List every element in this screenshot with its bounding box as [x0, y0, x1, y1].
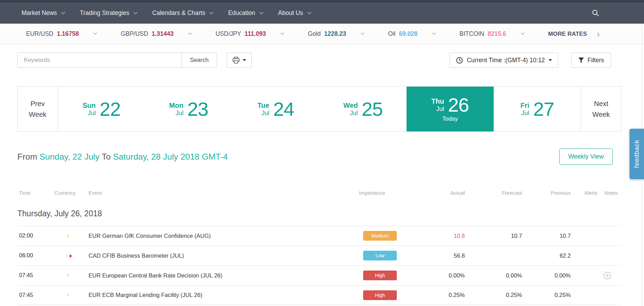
weekly-view-button[interactable]: Weekly View [559, 148, 613, 165]
day-main: Fri Jul 27 [520, 100, 554, 118]
day-dowmon: Wed Jul [343, 102, 358, 116]
search-button[interactable]: Search [182, 53, 217, 68]
day-dowmon: Mon Jul [169, 102, 183, 116]
header-forecast: Forecast [479, 190, 536, 196]
rate-label: Gold [308, 30, 321, 38]
nav-item-trading-strategies[interactable]: Trading Strategies [80, 9, 137, 17]
rate-value: 1.31443 [152, 30, 174, 38]
range-start-date[interactable]: Sunday, 22 July [40, 152, 100, 161]
table-row[interactable]: 07:45 EUR ECB Marginal Lending Facility … [17, 285, 621, 305]
importance-cell: Medium [359, 231, 430, 241]
keywords-input[interactable] [17, 53, 182, 68]
chevron-down-icon[interactable] [432, 31, 436, 35]
event-title[interactable]: EUR ECB Marginal Lending Facility (JUL 2… [89, 292, 359, 298]
actual-value: 56.8 [430, 252, 479, 259]
prev-week-button[interactable]: Prev Week [18, 87, 58, 131]
day-main: Tue Jul 24 [258, 100, 294, 118]
nav-item-education[interactable]: Education [228, 9, 263, 17]
previous-value: 0.00% [536, 272, 581, 279]
event-title[interactable]: CAD CFIB Business Barometer (JUL) [89, 252, 359, 259]
header-importance: Importance [359, 190, 430, 196]
rate-value: 111.093 [245, 30, 266, 38]
chevron-down-icon[interactable] [94, 31, 97, 35]
nav-item-market-news[interactable]: Market News [22, 9, 65, 17]
feedback-tab[interactable]: feedback [629, 128, 644, 180]
importance-cell: Low [359, 251, 430, 260]
rate-label: USD/JPY [216, 30, 241, 38]
day-dow: Sun [83, 102, 96, 109]
more-rates-link[interactable]: MORE RATES [548, 31, 599, 38]
event-title[interactable]: EUR German GfK Consumer Confidence (AUG) [89, 233, 359, 239]
day-month: Jul [83, 110, 96, 116]
day-month: Jul [520, 110, 529, 116]
range-end-date[interactable]: Saturday, 28 July 2018 GMT-4 [113, 152, 228, 161]
table-row[interactable]: 02:00 EUR German GfK Consumer Confidence… [17, 226, 621, 245]
day-main: Thu Jul 26 [432, 96, 469, 114]
day-cell-tue-24[interactable]: Tue Jul 24 [232, 87, 319, 131]
table-row[interactable]: 06:00 CAD CFIB Business Barometer (JUL) … [17, 245, 621, 265]
nav-label: Trading Strategies [80, 9, 129, 17]
plus-circle-icon[interactable] [603, 272, 611, 280]
actual-value: 0.00% [430, 272, 479, 279]
header-currency: Currency [54, 190, 89, 196]
chevron-down-icon[interactable] [188, 31, 192, 35]
day-dow: Fri [520, 102, 529, 109]
date-range-row: From Sunday, 22 July To Saturday, 28 Jul… [0, 148, 644, 165]
day-cell-thu-26[interactable]: Thu Jul 26 Today [407, 87, 494, 131]
rate-value: 1.16758 [57, 30, 79, 38]
rate-gold: Gold 1228.23 [308, 30, 364, 38]
currency-cell [54, 272, 89, 279]
day-main: Mon Jul 23 [169, 100, 208, 118]
header-notes: Notes [601, 190, 621, 196]
table-header-row: Time Currency Event Importance Actual Fo… [17, 185, 621, 201]
rate-label: GBP/USD [121, 30, 148, 38]
nav-label: Education [228, 9, 255, 17]
current-time-label: Current Time :(GMT-4) 10:12 [467, 57, 545, 64]
currency-cell [54, 252, 89, 259]
day-month: Jul [169, 110, 183, 116]
event-time: 07:45 [17, 272, 54, 279]
day-cell-sun-22[interactable]: Sun Jul 22 [58, 87, 145, 131]
day-dowmon: Sun Jul [83, 102, 96, 116]
day-dowmon: Fri Jul [520, 102, 529, 116]
search-icon[interactable] [592, 9, 600, 17]
chevron-down-icon [210, 10, 214, 14]
chevron-down-icon [259, 10, 263, 14]
day-number: 22 [100, 100, 120, 118]
importance-badge: High [363, 290, 397, 300]
chevron-down-icon[interactable] [521, 31, 525, 35]
rate-value: 8215.6 [488, 30, 507, 38]
nav-label: About Us [278, 9, 303, 17]
currency-cell [54, 233, 89, 239]
rate-label: BITCOIN [460, 30, 484, 38]
day-number: 24 [273, 100, 294, 118]
day-cell-fri-27[interactable]: Fri Jul 27 [494, 87, 581, 131]
rate-oil: Oil 69.028 [388, 30, 435, 38]
nav-item-about-us[interactable]: About Us [278, 9, 311, 17]
filters-button[interactable]: Filters [571, 53, 611, 68]
clock-icon [456, 57, 463, 64]
previous-value: 0.25% [536, 292, 581, 298]
event-time: 07:45 [17, 292, 54, 298]
current-time-button[interactable]: Current Time :(GMT-4) 10:12 [450, 53, 559, 68]
rate-eurusd: EUR/USD 1.16758 [26, 30, 97, 38]
importance-cell: High [359, 271, 430, 280]
header-time: Time [17, 190, 54, 196]
top-navigation: Market News Trading Strategies Calendars… [0, 2, 644, 24]
event-title[interactable]: EUR European Central Bank Rate Decision … [89, 272, 359, 279]
next-week-button[interactable]: Next Week [581, 87, 621, 131]
nav-item-calendars-charts[interactable]: Calendars & Charts [152, 9, 213, 17]
day-cell-wed-25[interactable]: Wed Jul 25 [319, 87, 407, 131]
previous-value: 62.2 [536, 252, 581, 259]
more-rates-label: MORE RATES [548, 31, 587, 38]
rate-usdjpy: USD/JPY 111.093 [216, 30, 284, 38]
chevron-down-icon[interactable] [281, 31, 284, 35]
actual-value: 10.6 [430, 233, 479, 239]
print-button[interactable] [227, 53, 252, 68]
chevron-down-icon[interactable] [361, 31, 365, 35]
day-dow: Wed [343, 102, 358, 109]
day-cell-mon-23[interactable]: Mon Jul 23 [145, 87, 232, 131]
forecast-value: 0.00% [479, 272, 536, 279]
table-row[interactable]: 07:45 EUR European Central Bank Rate Dec… [17, 265, 621, 285]
header-actual: Actual [430, 190, 479, 196]
